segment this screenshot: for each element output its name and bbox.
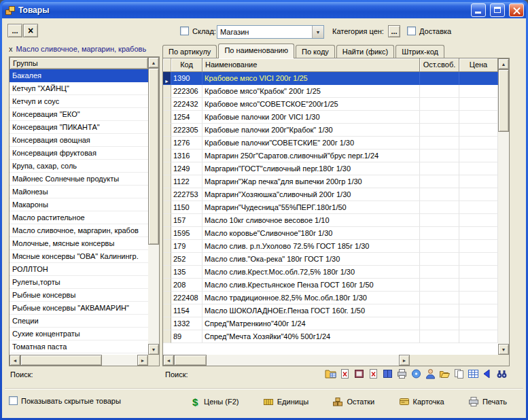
table-row[interactable]: 1122 Маргарин"Жар печка"для выпечки 200г… bbox=[163, 175, 498, 188]
table-row[interactable]: 1390 Крабовое мясо VICI 200г 1/25 bbox=[163, 72, 498, 85]
sklad-checkbox[interactable] bbox=[180, 27, 189, 35]
scroll-left-icon[interactable] bbox=[10, 355, 20, 366]
price-column-header[interactable]: Цена bbox=[459, 58, 498, 72]
group-item[interactable]: Консервация овощная bbox=[10, 134, 148, 147]
binoculars-icon[interactable] bbox=[495, 368, 508, 380]
scroll-down-icon[interactable] bbox=[498, 344, 509, 355]
group-item[interactable]: Мясные консервы "ОВА" Калинингр. bbox=[10, 250, 148, 263]
copy-doc-icon[interactable] bbox=[453, 368, 465, 380]
scroll-right-icon[interactable] bbox=[399, 355, 410, 366]
group-item[interactable]: Майонезы bbox=[10, 186, 148, 198]
table-row[interactable]: 135 Масло слив.Крест.Мос.обл.72,5% 180г … bbox=[163, 266, 498, 279]
group-item[interactable]: Майонес Солнечные продукты bbox=[10, 173, 148, 186]
table-row[interactable]: 252 Масло слив."Ока-река" 180г ГОСТ 1/30 bbox=[163, 253, 498, 266]
table-row[interactable]: 1150 Маргарин"Чудесница"55%ПЕРГ.180г1/50 bbox=[163, 201, 498, 214]
group-item[interactable]: Кетчуп "ХАЙНЦ" bbox=[10, 82, 148, 95]
scroll-down-icon[interactable] bbox=[148, 344, 159, 355]
table-vscroll-thumb[interactable] bbox=[498, 69, 509, 132]
excel-export-icon[interactable] bbox=[338, 368, 351, 380]
card-button[interactable]: Карточка bbox=[399, 397, 444, 406]
group-item[interactable]: Консервация "ПИКАНТА" bbox=[10, 121, 148, 134]
scroll-up-icon[interactable] bbox=[148, 57, 159, 68]
group-item[interactable]: РОЛЛТОН bbox=[10, 263, 148, 276]
table-row[interactable]: 1276 Крабовые палочки"СОВЕТСКИЕ" 200г 1/… bbox=[163, 137, 498, 150]
dostavka-checkbox[interactable] bbox=[407, 27, 416, 35]
table-row[interactable]: 222305 Крабовые палочки 200г"Крабок" 1/3… bbox=[163, 124, 498, 137]
table-row[interactable]: 208 Масло слив.Крестьянское Пенза ГОСТ 1… bbox=[163, 279, 498, 292]
group-item[interactable]: Молочные, мясные консервы bbox=[10, 237, 148, 250]
grid-icon[interactable] bbox=[467, 368, 480, 380]
stocks-button[interactable]: Остатки bbox=[332, 397, 374, 406]
tab[interactable]: Штрих-код bbox=[395, 45, 444, 58]
user-icon[interactable] bbox=[424, 368, 437, 380]
groups-vscroll-thumb[interactable] bbox=[148, 68, 159, 245]
group-item[interactable]: Томатная паста bbox=[10, 340, 148, 353]
table-row[interactable]: 222432 Крабовое мясо"СОВЕТСКОЕ"200г1/25 bbox=[163, 98, 498, 111]
units-button[interactable]: Единицы bbox=[263, 397, 309, 406]
open-folder-icon[interactable] bbox=[438, 368, 451, 380]
table-hscroll-thumb[interactable] bbox=[174, 355, 207, 366]
table-row[interactable]: 222753 Маргарин"Хозяюшка"сливочный 200г … bbox=[163, 188, 498, 201]
group-item[interactable]: Сухие концентраты bbox=[10, 328, 148, 340]
group-item[interactable]: Консервация "ЕКО" bbox=[10, 108, 148, 121]
show-hidden-checkbox[interactable] bbox=[9, 396, 18, 405]
group-item[interactable]: Масло сливочное, маргарин, крабов bbox=[10, 224, 148, 237]
table-row[interactable]: 157 Масло 10кг сливочное весовое 1/10 bbox=[163, 214, 498, 227]
group-item[interactable]: Рыбные консервы "АКВАМАРИН" bbox=[10, 302, 148, 315]
stock-column-header[interactable]: Ост.своб. bbox=[420, 58, 459, 72]
table-row[interactable]: 222306 Крабовое мясо"Крабок" 200г 1/25 bbox=[163, 85, 498, 98]
groups-vertical-scrollbar[interactable] bbox=[148, 57, 159, 355]
group-item[interactable]: Бакалея bbox=[10, 69, 148, 82]
filter-clear-button[interactable]: × bbox=[23, 24, 38, 37]
excel-print-icon[interactable] bbox=[367, 368, 380, 380]
report-book-icon[interactable] bbox=[353, 368, 366, 380]
sklad-combo[interactable]: Магазин bbox=[217, 25, 324, 39]
table-row[interactable]: 1254 Крабовые палочки 200г VICI 1/30 bbox=[163, 111, 498, 124]
code-column-header[interactable]: Код bbox=[171, 58, 203, 72]
tab[interactable]: По артикулу bbox=[162, 45, 217, 58]
chevron-down-icon[interactable] bbox=[312, 26, 323, 38]
disc-icon[interactable] bbox=[410, 368, 423, 380]
export-table-icon[interactable] bbox=[324, 368, 337, 380]
table-row[interactable]: 1332 Спред"Матренкино"400г 1/24 bbox=[163, 317, 498, 330]
group-item[interactable]: Кетчуп и соус bbox=[10, 95, 148, 108]
scroll-right-icon[interactable] bbox=[137, 355, 148, 366]
print-button[interactable]: Печать bbox=[468, 397, 507, 406]
scroll-up-icon[interactable] bbox=[498, 58, 509, 69]
ledger-icon[interactable] bbox=[381, 368, 394, 380]
table-row[interactable]: 179 Масло слив. р.п.Ухолово 72.5% ГОСТ 1… bbox=[163, 240, 498, 253]
back-arrow-icon[interactable] bbox=[481, 368, 494, 380]
table-row[interactable]: 1595 Масло коровье"Сливочное"180г 1/30 bbox=[163, 227, 498, 240]
name-column-header[interactable]: Наименование bbox=[203, 58, 420, 72]
table-horizontal-scrollbar[interactable] bbox=[163, 355, 498, 366]
minimize-button[interactable] bbox=[471, 3, 486, 17]
group-item[interactable]: Крупа, сахар, соль bbox=[10, 160, 148, 173]
filter-more-button[interactable]: ... bbox=[7, 24, 22, 37]
group-item[interactable]: Рыбные консервы bbox=[10, 289, 148, 302]
restore-button[interactable] bbox=[490, 3, 505, 17]
groups-horizontal-scrollbar[interactable] bbox=[10, 355, 148, 366]
group-item[interactable]: Масло растительное bbox=[10, 211, 148, 224]
table-row[interactable]: 1154 Масло ШОКОЛАДНОЕг.Пенза ГОСТ 160г. … bbox=[163, 304, 498, 317]
category-more-button[interactable]: ... bbox=[388, 25, 400, 37]
tab[interactable]: По наименованию bbox=[218, 43, 294, 58]
groups-hscroll-thumb[interactable] bbox=[20, 355, 102, 366]
table-row[interactable]: 89 Спред"Мечта Хозяйки"40% 500г1/24 bbox=[163, 330, 498, 343]
close-button[interactable] bbox=[509, 3, 524, 17]
printer-small-icon[interactable] bbox=[395, 368, 408, 380]
group-item[interactable]: Консервация фруктовая bbox=[10, 147, 148, 160]
tab[interactable]: По коду bbox=[296, 45, 335, 58]
table-row[interactable]: 1316 Маргарин 250г"Саратов.сливочный"бру… bbox=[163, 150, 498, 162]
titlebar[interactable]: Товары bbox=[2, 2, 526, 18]
prices-button[interactable]: Цены (F2) bbox=[192, 396, 239, 408]
group-item[interactable]: Рулеты,торты bbox=[10, 276, 148, 289]
group-item[interactable]: Макароны bbox=[10, 198, 148, 211]
tab[interactable]: Найти (фикс) bbox=[336, 45, 394, 58]
group-filter-clear[interactable]: x bbox=[9, 45, 13, 53]
table-row[interactable]: 222408 Масло традиционное.82,5% Мос.обл.… bbox=[163, 292, 498, 304]
table-row[interactable]: 1249 Маргарин"ГОСТ"сливочный перг.180г 1… bbox=[163, 162, 498, 175]
group-item[interactable]: Специи bbox=[10, 315, 148, 328]
scroll-left-icon[interactable] bbox=[163, 355, 174, 366]
groups-column-header[interactable]: Группы bbox=[10, 57, 148, 69]
table-vertical-scrollbar[interactable] bbox=[498, 58, 509, 355]
